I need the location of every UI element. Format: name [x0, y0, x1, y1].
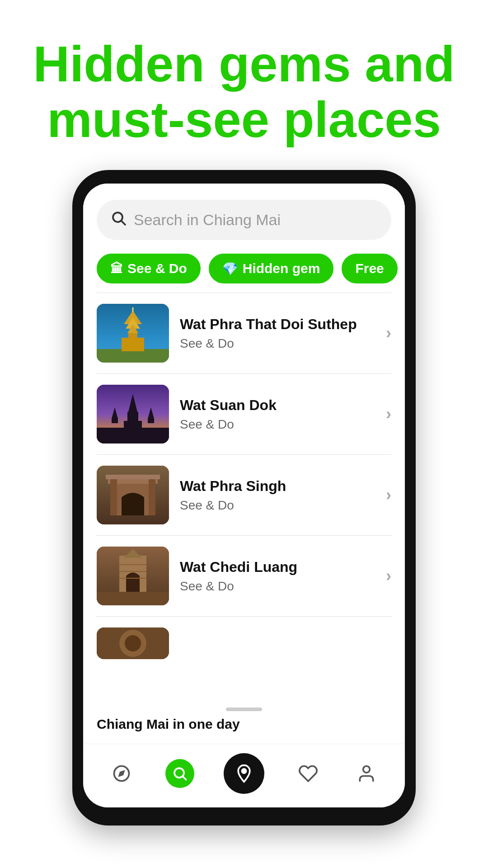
- place-name-4: Wat Chedi Luang: [180, 559, 375, 576]
- svg-line-1: [122, 221, 125, 225]
- svg-marker-36: [118, 770, 125, 778]
- place-item-4[interactable]: Wat Chedi Luang See & Do ›: [83, 536, 405, 616]
- place-info-2: Wat Suan Dok See & Do: [180, 397, 375, 432]
- heart-icon: [294, 759, 323, 788]
- svg-point-39: [242, 769, 246, 773]
- phone-wrapper: Search in Chiang Mai 🏛 See & Do 💎 Hidden…: [0, 170, 488, 826]
- place-info-1: Wat Phra That Doi Suthep See & Do: [180, 316, 375, 351]
- place-category-3: See & Do: [180, 498, 375, 513]
- search-bar-container: Search in Chiang Mai: [83, 184, 405, 249]
- svg-point-34: [125, 635, 141, 651]
- place-list: Wat Phra That Doi Suthep See & Do ›: [83, 293, 405, 698]
- svg-point-40: [363, 766, 370, 773]
- place-item-2[interactable]: Wat Suan Dok See & Do ›: [83, 374, 405, 454]
- place-category-4: See & Do: [180, 579, 375, 594]
- chip-see-do[interactable]: 🏛 See & Do: [97, 254, 201, 283]
- svg-rect-24: [149, 479, 155, 515]
- svg-rect-4: [122, 338, 144, 351]
- hidden-gem-icon: 💎: [222, 261, 238, 276]
- bottom-handle: [97, 708, 391, 711]
- place-info-3: Wat Phra Singh See & Do: [180, 478, 375, 513]
- handle-bar: [226, 708, 262, 711]
- chip-free-label: Free: [355, 261, 384, 276]
- svg-rect-17: [148, 419, 154, 423]
- svg-line-38: [183, 777, 186, 780]
- chevron-3: ›: [386, 486, 391, 505]
- search-placeholder: Search in Chiang Mai: [134, 211, 281, 229]
- place-thumb-2: [97, 385, 169, 443]
- place-thumb-5: [97, 627, 169, 659]
- hero-title: Hidden gems and must-see places: [27, 36, 461, 147]
- see-do-icon: 🏛: [110, 261, 123, 276]
- svg-rect-8: [128, 333, 137, 339]
- place-name-2: Wat Suan Dok: [180, 397, 375, 414]
- nav-profile[interactable]: [352, 759, 381, 788]
- chip-see-do-label: See & Do: [127, 261, 187, 276]
- svg-rect-12: [127, 412, 138, 421]
- place-thumb-4: [97, 547, 169, 605]
- place-category-2: See & Do: [180, 417, 375, 432]
- chevron-2: ›: [386, 405, 391, 424]
- search-bar[interactable]: Search in Chiang Mai: [97, 200, 391, 240]
- nav-explore[interactable]: [107, 759, 136, 788]
- bottom-nav: [83, 744, 405, 807]
- hero-section: Hidden gems and must-see places: [0, 0, 488, 170]
- place-category-1: See & Do: [180, 336, 375, 351]
- place-info-4: Wat Chedi Luang See & Do: [180, 559, 375, 594]
- place-item-5[interactable]: [83, 617, 405, 659]
- svg-rect-15: [112, 419, 118, 423]
- compass-icon: [107, 759, 136, 788]
- bottom-strip: Chiang Mai in one day: [83, 698, 405, 744]
- chevron-1: ›: [386, 324, 391, 343]
- place-thumb-3: [97, 466, 169, 524]
- search-icon: [110, 210, 127, 230]
- nav-search[interactable]: [165, 759, 194, 788]
- search-nav-icon: [165, 759, 194, 788]
- svg-rect-31: [97, 592, 169, 605]
- phone-frame: Search in Chiang Mai 🏛 See & Do 💎 Hidden…: [72, 170, 416, 826]
- svg-rect-23: [110, 479, 117, 515]
- svg-rect-13: [124, 421, 142, 428]
- svg-rect-18: [97, 428, 169, 443]
- filter-chips: 🏛 See & Do 💎 Hidden gem Free 🍴 Eat 👜 S: [83, 249, 405, 292]
- profile-icon: [352, 759, 381, 788]
- chip-free[interactable]: Free: [342, 254, 397, 283]
- chevron-4: ›: [386, 566, 391, 585]
- chip-hidden-gem[interactable]: 💎 Hidden gem: [209, 254, 334, 283]
- place-name-1: Wat Phra That Doi Suthep: [180, 316, 375, 333]
- nav-favorites[interactable]: [294, 759, 323, 788]
- place-item-3[interactable]: Wat Phra Singh See & Do ›: [83, 455, 405, 535]
- chip-hidden-gem-label: Hidden gem: [243, 261, 320, 276]
- place-thumb-1: [97, 304, 169, 363]
- phone-screen: Search in Chiang Mai 🏛 See & Do 💎 Hidden…: [83, 184, 405, 807]
- itinerary-label: Chiang Mai in one day: [97, 717, 391, 739]
- place-item-1[interactable]: Wat Phra That Doi Suthep See & Do ›: [83, 293, 405, 373]
- map-nav-icon: [224, 753, 264, 794]
- svg-rect-22: [106, 475, 160, 479]
- place-name-3: Wat Phra Singh: [180, 478, 375, 495]
- nav-map[interactable]: [224, 753, 264, 794]
